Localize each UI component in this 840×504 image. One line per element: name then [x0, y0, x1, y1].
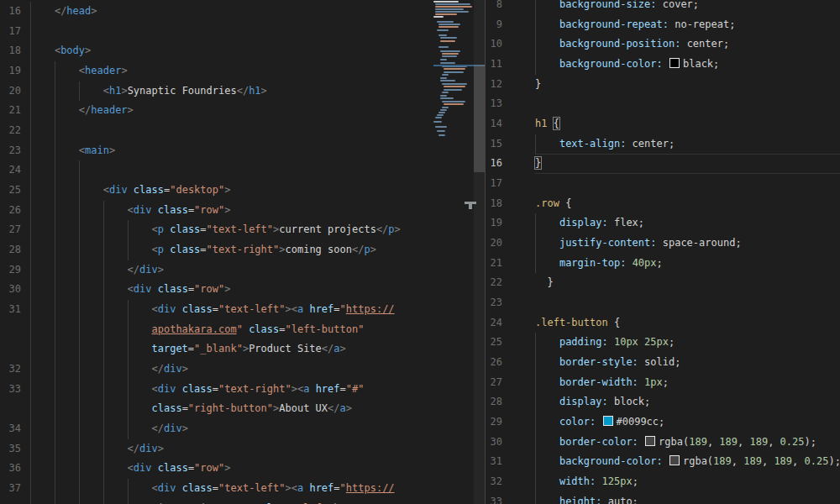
line-number[interactable]: 11	[486, 55, 502, 75]
code-line-15[interactable]: 15 text-align: center;	[486, 134, 840, 155]
code-line-9[interactable]: 9 background-repeat: no-repeat;	[486, 15, 840, 35]
code-line-wrap[interactable]: target="_blank">Product Site</a>	[0, 339, 485, 360]
line-number[interactable]: 20	[0, 81, 21, 102]
line-number[interactable]: 30	[0, 280, 21, 300]
line-number[interactable]: 8	[486, 0, 502, 15]
code-line-29[interactable]: 29 color: #0099cc;	[486, 412, 840, 433]
line-number[interactable]: 14	[486, 114, 502, 134]
line-number[interactable]: 10	[486, 34, 502, 55]
code-line-30[interactable]: 30 <div class="row">	[0, 280, 485, 300]
code-line-16[interactable]: 16}	[486, 154, 840, 174]
line-number[interactable]: 28	[0, 240, 21, 260]
line-number[interactable]: 9	[486, 15, 502, 35]
code-line-23[interactable]: 23	[486, 293, 840, 313]
line-number[interactable]: 27	[486, 373, 502, 393]
code-line-31[interactable]: 31 <div class="text-left"><a href="https…	[0, 300, 485, 320]
line-number[interactable]: 19	[0, 61, 21, 81]
line-number[interactable]: 23	[0, 141, 21, 161]
code-line-23[interactable]: 23 <main>	[0, 141, 485, 161]
line-number[interactable]: 37	[0, 479, 21, 499]
line-number[interactable]: 24	[0, 160, 21, 181]
scrollbar-slider[interactable]	[474, 65, 485, 172]
code-line-35[interactable]: 35 </div>	[0, 439, 485, 459]
code-line-32[interactable]: 32 </div>	[0, 360, 485, 380]
line-number[interactable]: 27	[0, 220, 21, 240]
code-line-26[interactable]: 26 <div class="row">	[0, 201, 485, 221]
code-line-20[interactable]: 20 justify-content: space-around;	[486, 234, 840, 254]
line-number[interactable]: 16	[0, 2, 21, 22]
code-line-29[interactable]: 29 </div>	[0, 260, 485, 281]
line-number[interactable]: 33	[0, 380, 21, 400]
line-number[interactable]: 29	[0, 260, 21, 281]
code-line-12[interactable]: 12}	[486, 75, 840, 95]
line-number[interactable]: 22	[0, 121, 21, 141]
line-number[interactable]: 19	[486, 213, 502, 234]
line-number[interactable]: 17	[0, 22, 21, 42]
code-line-33[interactable]: 33 height: auto;	[486, 492, 840, 504]
code-line-26[interactable]: 26 border-style: solid;	[486, 353, 840, 373]
code-line-21[interactable]: 21 margin-top: 40px;	[486, 254, 840, 274]
line-number[interactable]: 32	[486, 472, 502, 492]
code-line-19[interactable]: 19 <header>	[0, 61, 485, 81]
line-number[interactable]: 13	[486, 94, 502, 114]
code-line-30[interactable]: 30 border-color: rgba(189, 189, 189, 0.2…	[486, 433, 840, 453]
line-number[interactable]: 28	[486, 392, 502, 412]
color-swatch[interactable]	[603, 416, 613, 426]
code-line-14[interactable]: 14h1 {	[486, 114, 840, 134]
line-number[interactable]: 34	[0, 419, 21, 439]
line-number[interactable]: 12	[486, 75, 502, 95]
code-line-24[interactable]: 24.left-button {	[486, 313, 840, 333]
line-number[interactable]: 16	[486, 154, 502, 174]
code-line-36[interactable]: 36 <div class="row">	[0, 459, 485, 479]
code-line-18[interactable]: 18 <body>	[0, 41, 485, 61]
code-line-13[interactable]: 13	[486, 94, 840, 114]
line-number[interactable]: 29	[486, 412, 502, 433]
line-number[interactable]: 26	[486, 353, 502, 373]
line-number[interactable]: 32	[0, 360, 21, 380]
code-line-10[interactable]: 10 background-position: center;	[486, 34, 840, 55]
line-number[interactable]: 20	[486, 234, 502, 254]
code-line-16[interactable]: 16 </head>	[0, 2, 485, 22]
line-number[interactable]: 18	[486, 194, 502, 214]
vertical-scrollbar[interactable]	[474, 0, 485, 504]
code-line-24[interactable]: 24	[0, 160, 485, 181]
code-line-18[interactable]: 18.row {	[486, 194, 840, 214]
line-number[interactable]: 23	[486, 293, 502, 313]
code-line-33[interactable]: 33 <div class="text-right"><a href="#"	[0, 380, 485, 400]
line-number[interactable]: 25	[0, 181, 21, 201]
line-number[interactable]: 18	[0, 41, 21, 61]
code-line-32[interactable]: 32 width: 125px;	[486, 472, 840, 492]
code-line-27[interactable]: 27 border-width: 1px;	[486, 373, 840, 393]
line-number[interactable]: 21	[486, 254, 502, 274]
line-number[interactable]: 17	[486, 174, 502, 194]
line-number[interactable]: 30	[486, 433, 502, 453]
code-line-25[interactable]: 25 <div class="desktop">	[0, 181, 485, 201]
code-line-22[interactable]: 22 }	[486, 273, 840, 293]
code-line-wrap[interactable]: class="right-button">About UX</a>	[0, 399, 485, 419]
line-number[interactable]: 22	[486, 273, 502, 293]
code-line-28[interactable]: 28 display: block;	[486, 392, 840, 412]
line-number[interactable]: 36	[0, 459, 21, 479]
line-number[interactable]: 15	[486, 134, 502, 155]
code-line-27[interactable]: 27 <p class="text-left">current projects…	[0, 220, 485, 240]
line-number[interactable]: 31	[486, 452, 502, 472]
code-line-37[interactable]: 37 <div class="text-left"><a href="https…	[0, 479, 485, 499]
line-number[interactable]: 24	[486, 313, 502, 333]
line-number[interactable]: 35	[0, 439, 21, 459]
code-line-20[interactable]: 20 <h1>Synaptic Foundries</h1>	[0, 81, 485, 102]
code-line-11[interactable]: 11 background-color: black;	[486, 55, 840, 75]
color-swatch[interactable]	[669, 455, 680, 465]
code-line-17[interactable]: 17	[0, 22, 485, 42]
code-line-31[interactable]: 31 background-color: rgba(189, 189, 189,…	[486, 452, 840, 472]
line-number[interactable]: 26	[0, 201, 21, 221]
code-line-wrap[interactable]: apothakara.com" class="left-button"	[0, 320, 485, 340]
code-line-17[interactable]: 17	[486, 174, 840, 194]
code-line-25[interactable]: 25 padding: 10px 25px;	[486, 333, 840, 353]
code-line-19[interactable]: 19 display: flex;	[486, 213, 840, 234]
color-swatch[interactable]	[669, 58, 680, 68]
line-number[interactable]: 25	[486, 333, 502, 353]
line-number[interactable]: 21	[0, 101, 21, 121]
code-line-34[interactable]: 34 </div>	[0, 419, 485, 439]
code-line-28[interactable]: 28 <p class="text-right">coming soon</p>	[0, 240, 485, 260]
line-number[interactable]: 31	[0, 300, 21, 320]
